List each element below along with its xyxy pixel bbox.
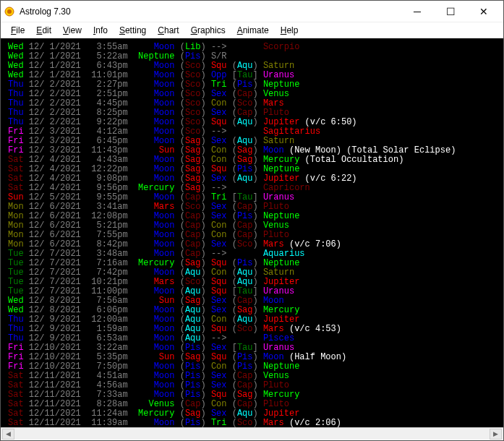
svg-point-1: [7, 9, 12, 14]
scroll-left-arrow[interactable]: ◀: [2, 429, 14, 440]
menu-chart[interactable]: Chart: [152, 24, 184, 37]
menu-help[interactable]: Help: [275, 24, 304, 37]
menu-info[interactable]: Info: [87, 24, 114, 37]
aspect-list: Wed 12/ 1/2021 3:55am Moon (Lib) --> Sco…: [1, 38, 503, 427]
menubar: FileEditViewInfoSettingChartGraphicsAnim…: [1, 22, 503, 38]
menu-view[interactable]: View: [57, 24, 87, 37]
menu-file[interactable]: File: [5, 24, 30, 37]
menu-animate[interactable]: Animate: [231, 24, 275, 37]
aspect-row: Sat 12/11/2021 11:39am Moon (Pis) Tri (S…: [8, 419, 496, 427]
titlebar: Astrolog 7.30 ─ ☐ ✕: [1, 1, 503, 22]
close-button[interactable]: ✕: [467, 1, 500, 22]
maximize-button[interactable]: ☐: [434, 1, 467, 22]
horizontal-scrollbar[interactable]: ◀ ▶: [1, 427, 503, 440]
menu-edit[interactable]: Edit: [30, 24, 57, 37]
window-title: Astrolog 7.30: [20, 7, 401, 17]
menu-setting[interactable]: Setting: [114, 24, 152, 37]
app-icon: [4, 6, 15, 17]
scroll-right-arrow[interactable]: ▶: [490, 429, 502, 440]
menu-graphics[interactable]: Graphics: [185, 24, 231, 37]
minimize-button[interactable]: ─: [401, 1, 434, 22]
